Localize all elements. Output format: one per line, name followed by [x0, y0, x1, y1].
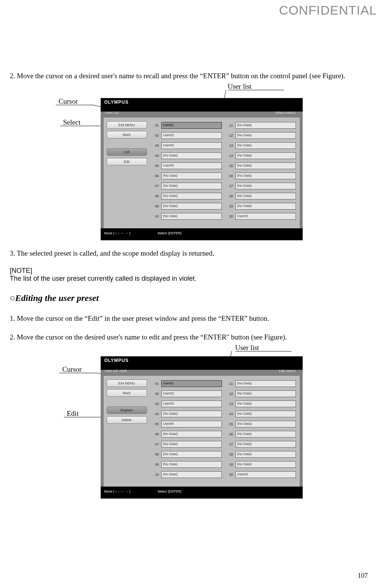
user-list-row[interactable]: 08(No Data) [152, 192, 222, 200]
user-list-row[interactable]: 19(No Data) [226, 202, 296, 210]
user-list-row[interactable]: 13(No Data) [226, 400, 296, 408]
user-field[interactable]: (No Data) [235, 173, 296, 179]
user-list-row[interactable]: 16(No Data) [226, 172, 296, 180]
delete-button[interactable]: Delete [107, 416, 147, 424]
user-field[interactable]: (No Data) [161, 411, 222, 417]
user-list-row[interactable]: 20User20 [226, 212, 296, 220]
user-list-row[interactable]: 14(No Data) [226, 152, 296, 160]
user-list-row[interactable]: 12(No Data) [226, 131, 296, 140]
user-list-row[interactable]: 11(No Data) [226, 380, 296, 388]
user-list-row[interactable]: 04(No Data) [152, 410, 222, 418]
user-field[interactable]: (No Data) [235, 451, 296, 458]
user-list-row[interactable]: 10(No Data) [152, 212, 222, 220]
user-list-row[interactable]: 01User01 [152, 380, 222, 388]
user-list-row[interactable]: 13(No Data) [226, 141, 296, 150]
user-list-row[interactable]: 02User02 [152, 131, 222, 140]
user-number: 18 [226, 194, 233, 198]
user-field[interactable]: (No Data) [235, 193, 296, 199]
user-field[interactable]: (No Data) [161, 431, 222, 438]
user-field[interactable]: (No Data) [235, 441, 296, 448]
user-number: 02 [152, 134, 159, 137]
user-field[interactable]: (No Data) [235, 183, 296, 189]
user-number: 10 [152, 473, 159, 476]
user-list-row[interactable]: 15(No Data) [226, 162, 296, 170]
device-subtitle-row-2: User cal. >Edit Edit user01 [101, 369, 303, 376]
exit-menu-button-2[interactable]: Exit MENU [107, 380, 147, 387]
user-list-row[interactable]: 17(No Data) [226, 440, 296, 448]
user-list-row[interactable]: 18(No Data) [226, 450, 296, 458]
user-field[interactable]: (No Data) [161, 471, 222, 478]
user-field[interactable]: (No Data) [161, 213, 222, 220]
user-list-row[interactable]: 08(No Data) [152, 450, 222, 458]
user-list-row[interactable]: 11(No Data) [226, 121, 296, 130]
user-list-row[interactable]: 03User03 [152, 141, 222, 150]
user-field[interactable]: User05 [161, 421, 222, 427]
user-number: 13 [226, 402, 233, 406]
user-list-row[interactable]: 07(No Data) [152, 182, 222, 190]
user-field[interactable]: (No Data) [161, 173, 222, 179]
user-list-row[interactable]: 09(No Data) [152, 460, 222, 469]
user-list-row[interactable]: 07(No Data) [152, 440, 222, 448]
user-list-row[interactable]: 12(No Data) [226, 390, 296, 398]
footer-move-hint: Move ( ↑ ↓ ← → ) [104, 231, 157, 235]
exit-menu-button[interactable]: Exit MENU [107, 121, 147, 129]
user-field[interactable]: (No Data) [235, 203, 296, 210]
user-field[interactable]: User02 [161, 132, 222, 139]
user-list-row[interactable]: 20User20 [226, 470, 296, 479]
user-list-row[interactable]: 16(No Data) [226, 430, 296, 438]
user-field[interactable]: (No Data) [235, 162, 296, 169]
user-list-col-right: 11(No Data)12(No Data)13(No Data)14(No D… [226, 121, 296, 225]
user-field[interactable]: (No Data) [235, 461, 296, 468]
user-field[interactable]: User05 [161, 162, 222, 169]
user-field[interactable]: (No Data) [235, 142, 296, 149]
user-list-row[interactable]: 15(No Data) [226, 420, 296, 428]
user-field[interactable]: (No Data) [235, 132, 296, 139]
edit-button[interactable]: Edit [107, 158, 147, 165]
user-field[interactable]: (No Data) [161, 193, 222, 199]
user-list-row[interactable]: 05User05 [152, 420, 222, 428]
user-field[interactable]: User03 [161, 400, 222, 407]
callout-cursor-underline [56, 105, 93, 105]
user-list-row[interactable]: 04(No Data) [152, 152, 222, 160]
user-list-row[interactable]: 18(No Data) [226, 192, 296, 200]
user-field[interactable]: User03 [161, 142, 222, 149]
user-list-row[interactable]: 05User05 [152, 162, 222, 170]
user-field[interactable]: (No Data) [161, 152, 222, 159]
user-field[interactable]: (No Data) [161, 183, 222, 189]
user-field[interactable]: (No Data) [161, 441, 222, 448]
user-field[interactable]: User20 [235, 213, 296, 220]
user-field[interactable]: User02 [161, 390, 222, 397]
user-field[interactable]: (No Data) [235, 421, 296, 427]
user-field[interactable]: (No Data) [235, 152, 296, 159]
user-list-row[interactable]: 10(No Data) [152, 470, 222, 479]
register-button[interactable]: Register [107, 406, 147, 414]
user-field[interactable]: (No Data) [235, 390, 296, 397]
user-list-row[interactable]: 03User03 [152, 400, 222, 408]
user-field[interactable]: (No Data) [161, 203, 222, 210]
user-list-row[interactable]: 19(No Data) [226, 460, 296, 469]
back-button[interactable]: Back [107, 131, 147, 138]
side-buttons-2: Exit MENU Back Register Delete [107, 380, 147, 426]
user-field[interactable]: User01 [161, 122, 222, 129]
user-field[interactable]: User20 [235, 471, 296, 478]
user-field[interactable]: User01 [161, 380, 222, 387]
user-field[interactable]: (No Data) [235, 380, 296, 387]
user-list-row[interactable]: 02User02 [152, 390, 222, 398]
user-field[interactable]: (No Data) [161, 461, 222, 468]
user-field[interactable]: (No Data) [235, 122, 296, 129]
subtitle-right: Select user01 [275, 111, 296, 115]
user-field[interactable]: (No Data) [235, 411, 296, 417]
back-button-2[interactable]: Back [107, 389, 147, 397]
user-list-row[interactable]: 14(No Data) [226, 410, 296, 418]
user-list-row[interactable]: 06(No Data) [152, 430, 222, 438]
user-list-row[interactable]: 09(No Data) [152, 202, 222, 210]
call-button[interactable]: Call [107, 148, 147, 156]
user-list-row[interactable]: 01User01 [152, 121, 222, 130]
user-list-row[interactable]: 17(No Data) [226, 182, 296, 190]
user-field[interactable]: (No Data) [235, 431, 296, 438]
user-field[interactable]: (No Data) [235, 400, 296, 407]
user-field[interactable]: (No Data) [161, 451, 222, 458]
page-number: 107 [358, 572, 368, 580]
user-list-row[interactable]: 06(No Data) [152, 172, 222, 180]
user-number: 08 [152, 194, 159, 198]
